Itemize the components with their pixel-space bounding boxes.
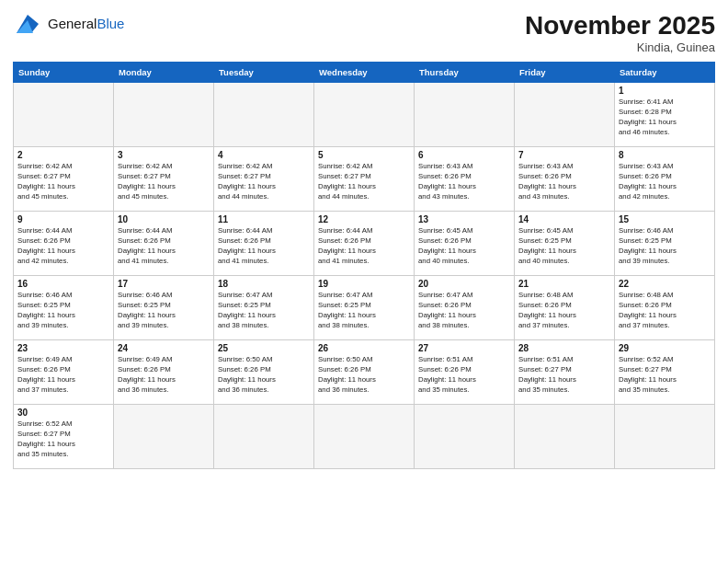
day-number: 15: [619, 214, 711, 224]
day-number: 28: [518, 343, 610, 353]
calendar-cell: 13Sunrise: 6:45 AM Sunset: 6:26 PM Dayli…: [415, 212, 515, 276]
day-info: Sunrise: 6:52 AM Sunset: 6:27 PM Dayligh…: [619, 355, 711, 396]
calendar-cell: 17Sunrise: 6:46 AM Sunset: 6:25 PM Dayli…: [114, 276, 214, 340]
calendar-row: 23Sunrise: 6:49 AM Sunset: 6:26 PM Dayli…: [14, 340, 715, 405]
day-number: 12: [318, 214, 410, 224]
day-number: 20: [418, 279, 510, 289]
calendar-body: 1Sunrise: 6:41 AM Sunset: 6:28 PM Daylig…: [14, 83, 715, 469]
calendar-cell: 16Sunrise: 6:46 AM Sunset: 6:25 PM Dayli…: [14, 276, 114, 340]
day-number: 13: [418, 214, 510, 224]
calendar-cell: 3Sunrise: 6:42 AM Sunset: 6:27 PM Daylig…: [114, 147, 214, 212]
day-number: 21: [518, 279, 610, 289]
header-cell: Thursday: [415, 63, 515, 83]
header-cell: Saturday: [615, 63, 715, 83]
day-info: Sunrise: 6:43 AM Sunset: 6:26 PM Dayligh…: [418, 162, 510, 202]
calendar-row: 30Sunrise: 6:52 AM Sunset: 6:27 PM Dayli…: [14, 405, 715, 469]
day-number: 11: [218, 214, 310, 224]
day-number: 1: [619, 86, 711, 96]
day-info: Sunrise: 6:42 AM Sunset: 6:27 PM Dayligh…: [118, 162, 210, 202]
day-number: 3: [118, 150, 210, 160]
calendar-cell: 30Sunrise: 6:52 AM Sunset: 6:27 PM Dayli…: [14, 405, 114, 469]
day-number: 18: [218, 279, 310, 289]
day-info: Sunrise: 6:42 AM Sunset: 6:27 PM Dayligh…: [17, 162, 109, 202]
calendar-cell: 4Sunrise: 6:42 AM Sunset: 6:27 PM Daylig…: [214, 147, 314, 212]
day-info: Sunrise: 6:42 AM Sunset: 6:27 PM Dayligh…: [218, 162, 310, 202]
calendar: SundayMondayTuesdayWednesdayThursdayFrid…: [13, 62, 715, 469]
day-number: 9: [17, 214, 109, 224]
logo-icon: [13, 11, 42, 37]
day-number: 6: [418, 150, 510, 160]
calendar-cell: [114, 405, 214, 469]
calendar-cell: 6Sunrise: 6:43 AM Sunset: 6:26 PM Daylig…: [415, 147, 515, 212]
day-number: 26: [318, 343, 410, 353]
day-number: 8: [619, 150, 711, 160]
day-info: Sunrise: 6:49 AM Sunset: 6:26 PM Dayligh…: [17, 355, 109, 396]
calendar-row: 9Sunrise: 6:44 AM Sunset: 6:26 PM Daylig…: [14, 212, 715, 276]
day-info: Sunrise: 6:45 AM Sunset: 6:26 PM Dayligh…: [418, 226, 510, 267]
day-number: 25: [218, 343, 310, 353]
calendar-cell: 7Sunrise: 6:43 AM Sunset: 6:26 PM Daylig…: [515, 147, 615, 212]
calendar-cell: 26Sunrise: 6:50 AM Sunset: 6:26 PM Dayli…: [314, 340, 415, 405]
calendar-cell: [314, 405, 415, 469]
day-number: 24: [118, 343, 210, 353]
day-info: Sunrise: 6:47 AM Sunset: 6:25 PM Dayligh…: [318, 291, 410, 331]
calendar-cell: 9Sunrise: 6:44 AM Sunset: 6:26 PM Daylig…: [14, 212, 114, 276]
calendar-header: SundayMondayTuesdayWednesdayThursdayFrid…: [14, 63, 715, 83]
calendar-cell: 28Sunrise: 6:51 AM Sunset: 6:27 PM Dayli…: [515, 340, 615, 405]
header-cell: Sunday: [14, 63, 114, 83]
header-row: SundayMondayTuesdayWednesdayThursdayFrid…: [14, 63, 715, 83]
header: GeneralBlue November 2025 Kindia, Guinea: [13, 11, 715, 54]
day-info: Sunrise: 6:45 AM Sunset: 6:25 PM Dayligh…: [518, 226, 610, 267]
day-info: Sunrise: 6:50 AM Sunset: 6:26 PM Dayligh…: [218, 355, 310, 396]
day-info: Sunrise: 6:46 AM Sunset: 6:25 PM Dayligh…: [17, 291, 109, 331]
day-number: 14: [518, 214, 610, 224]
day-number: 22: [619, 279, 711, 289]
calendar-cell: 8Sunrise: 6:43 AM Sunset: 6:26 PM Daylig…: [615, 147, 715, 212]
calendar-cell: [314, 83, 415, 147]
day-info: Sunrise: 6:52 AM Sunset: 6:27 PM Dayligh…: [17, 419, 109, 460]
header-cell: Friday: [515, 63, 615, 83]
day-info: Sunrise: 6:49 AM Sunset: 6:26 PM Dayligh…: [118, 355, 210, 396]
day-number: 7: [518, 150, 610, 160]
day-info: Sunrise: 6:44 AM Sunset: 6:26 PM Dayligh…: [218, 226, 310, 267]
calendar-cell: [14, 83, 114, 147]
header-cell: Monday: [114, 63, 214, 83]
calendar-cell: 10Sunrise: 6:44 AM Sunset: 6:26 PM Dayli…: [114, 212, 214, 276]
day-info: Sunrise: 6:51 AM Sunset: 6:26 PM Dayligh…: [418, 355, 510, 396]
day-info: Sunrise: 6:46 AM Sunset: 6:25 PM Dayligh…: [118, 291, 210, 331]
day-number: 2: [17, 150, 109, 160]
day-info: Sunrise: 6:46 AM Sunset: 6:25 PM Dayligh…: [619, 226, 711, 267]
calendar-cell: 24Sunrise: 6:49 AM Sunset: 6:26 PM Dayli…: [114, 340, 214, 405]
calendar-cell: 23Sunrise: 6:49 AM Sunset: 6:26 PM Dayli…: [14, 340, 114, 405]
day-number: 4: [218, 150, 310, 160]
logo-blue: Blue: [97, 16, 124, 31]
calendar-cell: 15Sunrise: 6:46 AM Sunset: 6:25 PM Dayli…: [615, 212, 715, 276]
day-info: Sunrise: 6:47 AM Sunset: 6:26 PM Dayligh…: [418, 291, 510, 331]
day-info: Sunrise: 6:44 AM Sunset: 6:26 PM Dayligh…: [17, 226, 109, 267]
calendar-cell: [515, 83, 615, 147]
calendar-cell: [114, 83, 214, 147]
calendar-cell: 21Sunrise: 6:48 AM Sunset: 6:26 PM Dayli…: [515, 276, 615, 340]
calendar-cell: [615, 405, 715, 469]
calendar-cell: 27Sunrise: 6:51 AM Sunset: 6:26 PM Dayli…: [415, 340, 515, 405]
header-cell: Tuesday: [214, 63, 314, 83]
page: GeneralBlue November 2025 Kindia, Guinea…: [0, 0, 728, 563]
day-number: 27: [418, 343, 510, 353]
day-info: Sunrise: 6:42 AM Sunset: 6:27 PM Dayligh…: [318, 162, 410, 202]
day-number: 29: [619, 343, 711, 353]
calendar-cell: [214, 405, 314, 469]
calendar-cell: 18Sunrise: 6:47 AM Sunset: 6:25 PM Dayli…: [214, 276, 314, 340]
day-info: Sunrise: 6:43 AM Sunset: 6:26 PM Dayligh…: [619, 162, 711, 202]
calendar-cell: 19Sunrise: 6:47 AM Sunset: 6:25 PM Dayli…: [314, 276, 415, 340]
header-cell: Wednesday: [314, 63, 415, 83]
day-number: 19: [318, 279, 410, 289]
calendar-row: 1Sunrise: 6:41 AM Sunset: 6:28 PM Daylig…: [14, 83, 715, 147]
day-info: Sunrise: 6:48 AM Sunset: 6:26 PM Dayligh…: [518, 291, 610, 331]
logo: GeneralBlue: [13, 11, 124, 37]
day-info: Sunrise: 6:43 AM Sunset: 6:26 PM Dayligh…: [518, 162, 610, 202]
title-block: November 2025 Kindia, Guinea: [525, 11, 715, 54]
calendar-cell: 12Sunrise: 6:44 AM Sunset: 6:26 PM Dayli…: [314, 212, 415, 276]
calendar-cell: [214, 83, 314, 147]
calendar-cell: 25Sunrise: 6:50 AM Sunset: 6:26 PM Dayli…: [214, 340, 314, 405]
calendar-cell: 1Sunrise: 6:41 AM Sunset: 6:28 PM Daylig…: [615, 83, 715, 147]
